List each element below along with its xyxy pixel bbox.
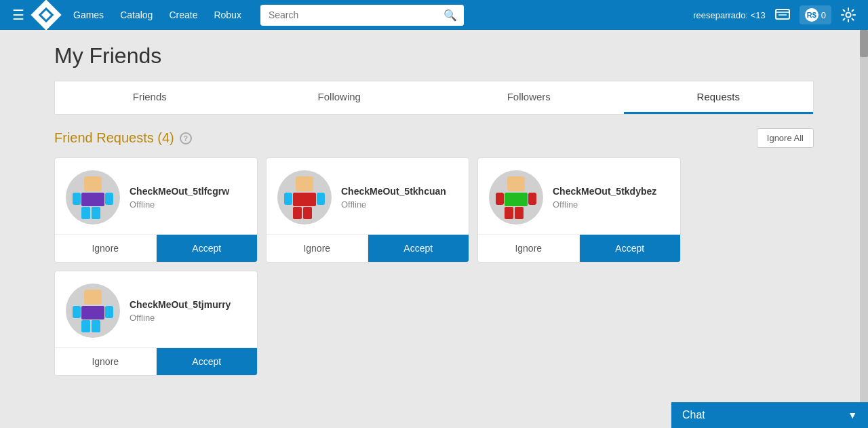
- friend-card-4: CheckMeOut_5tjmurry Offline Ignore Accep…: [54, 271, 258, 376]
- nav-create[interactable]: Create: [162, 5, 204, 24]
- svg-rect-21: [528, 193, 536, 205]
- nav-games[interactable]: Games: [66, 5, 111, 24]
- svg-rect-16: [293, 207, 302, 219]
- page-title: My Friends: [54, 43, 814, 69]
- info-icon[interactable]: ?: [180, 132, 192, 144]
- ignore-button-2[interactable]: Ignore: [267, 235, 368, 262]
- ignore-button-1[interactable]: Ignore: [55, 235, 157, 262]
- avatar-1: [66, 170, 120, 225]
- cards-row-1: CheckMeOut_5tlfcgrw Offline Ignore Accep…: [54, 157, 814, 262]
- search-button[interactable]: 🔍: [437, 5, 464, 26]
- ignore-all-button[interactable]: Ignore All: [757, 128, 814, 148]
- svg-rect-6: [84, 176, 102, 191]
- card-info-1: CheckMeOut_5tlfcgrw Offline: [130, 186, 246, 210]
- search-input[interactable]: [260, 5, 437, 24]
- avatar-4: [66, 284, 120, 338]
- scrollbar-track[interactable]: [860, 30, 868, 428]
- svg-rect-12: [296, 176, 313, 191]
- svg-rect-10: [81, 207, 90, 219]
- svg-rect-20: [496, 193, 504, 205]
- chat-label: Chat: [682, 409, 705, 421]
- svg-rect-18: [507, 176, 525, 191]
- card-body-1: CheckMeOut_5tlfcgrw Offline: [55, 158, 257, 234]
- friend-card-2: CheckMeOut_5tkhcuan Offline Ignore Accep…: [266, 157, 469, 262]
- roblox-logo[interactable]: [31, 0, 61, 31]
- card-username-1: CheckMeOut_5tlfcgrw: [130, 186, 246, 197]
- robux-display[interactable]: R$ 0: [800, 5, 831, 24]
- card-actions-3: Ignore Accept: [478, 234, 680, 262]
- svg-rect-13: [293, 193, 316, 206]
- svg-rect-28: [81, 320, 90, 332]
- tab-friends[interactable]: Friends: [55, 81, 245, 114]
- svg-rect-23: [515, 207, 524, 219]
- avatar-2: [277, 170, 332, 225]
- svg-rect-19: [505, 193, 528, 206]
- svg-rect-11: [92, 207, 100, 219]
- navbar: ☰ Games Catalog Create Robux 🔍 reeseparr…: [0, 0, 868, 30]
- card-body-4: CheckMeOut_5tjmurry Offline: [55, 271, 257, 347]
- card-actions-1: Ignore Accept: [55, 234, 257, 262]
- section-title-text: Friend Requests (4): [54, 130, 174, 146]
- chat-chevron-icon: ▼: [848, 410, 857, 421]
- svg-rect-8: [73, 193, 81, 205]
- tab-following[interactable]: Following: [245, 81, 435, 114]
- friend-card-1: CheckMeOut_5tlfcgrw Offline Ignore Accep…: [54, 157, 258, 262]
- avatar-3: [489, 170, 543, 225]
- card-status-4: Offline: [130, 313, 246, 323]
- search-bar: 🔍: [260, 5, 464, 26]
- svg-rect-9: [105, 193, 113, 205]
- section-header: Friend Requests (4) ? Ignore All: [54, 128, 814, 148]
- hamburger-icon[interactable]: ☰: [8, 4, 28, 26]
- svg-rect-29: [92, 320, 100, 332]
- accept-button-4[interactable]: Accept: [157, 348, 258, 375]
- card-status-2: Offline: [341, 199, 458, 210]
- section-title: Friend Requests (4) ?: [54, 130, 192, 146]
- svg-point-5: [846, 13, 851, 18]
- card-status-1: Offline: [130, 199, 246, 210]
- svg-rect-7: [81, 193, 104, 206]
- nav-links: Games Catalog Create Robux: [66, 5, 248, 24]
- accept-button-1[interactable]: Accept: [157, 235, 258, 262]
- nav-right: reeseparrado: <13 R$ 0: [693, 5, 860, 25]
- svg-rect-17: [303, 207, 312, 219]
- ignore-button-4[interactable]: Ignore: [55, 348, 157, 375]
- friend-card-3: CheckMeOut_5tkdybez Offline Ignore Accep…: [477, 157, 681, 262]
- tab-requests[interactable]: Requests: [624, 81, 814, 114]
- card-status-3: Offline: [553, 199, 669, 210]
- scrollbar-thumb[interactable]: [860, 30, 868, 57]
- card-username-3: CheckMeOut_5tkdybez: [553, 186, 669, 197]
- card-info-2: CheckMeOut_5tkhcuan Offline: [341, 186, 458, 210]
- svg-rect-2: [776, 9, 789, 19]
- svg-rect-25: [81, 306, 104, 319]
- messages-icon[interactable]: [771, 6, 794, 24]
- svg-rect-27: [105, 306, 113, 318]
- card-username-4: CheckMeOut_5tjmurry: [130, 299, 246, 310]
- cards-row-2: CheckMeOut_5tjmurry Offline Ignore Accep…: [54, 271, 814, 376]
- svg-rect-26: [73, 306, 81, 318]
- accept-button-3[interactable]: Accept: [580, 235, 681, 262]
- card-body-2: CheckMeOut_5tkhcuan Offline: [267, 158, 469, 234]
- svg-rect-14: [284, 193, 292, 205]
- settings-icon[interactable]: [837, 5, 860, 25]
- robux-count: 0: [821, 10, 826, 20]
- card-body-3: CheckMeOut_5tkdybez Offline: [478, 158, 680, 234]
- tab-followers[interactable]: Followers: [434, 81, 624, 114]
- page-content: My Friends Friends Following Followers R…: [0, 30, 868, 428]
- nav-robux[interactable]: Robux: [207, 5, 248, 24]
- card-actions-2: Ignore Accept: [267, 234, 469, 262]
- card-info-4: CheckMeOut_5tjmurry Offline: [130, 299, 246, 323]
- accept-button-2[interactable]: Accept: [368, 235, 469, 262]
- chat-bar[interactable]: Chat ▼: [671, 402, 868, 428]
- svg-rect-24: [84, 290, 102, 305]
- card-info-3: CheckMeOut_5tkdybez Offline: [553, 186, 669, 210]
- tabs-container: Friends Following Followers Requests: [54, 81, 814, 115]
- card-username-2: CheckMeOut_5tkhcuan: [341, 186, 458, 197]
- username-display: reeseparrado: <13: [693, 10, 766, 20]
- ignore-button-3[interactable]: Ignore: [478, 235, 580, 262]
- svg-rect-22: [505, 207, 513, 219]
- svg-rect-15: [317, 193, 325, 205]
- robux-icon: R$: [805, 8, 818, 22]
- nav-catalog[interactable]: Catalog: [113, 5, 159, 24]
- card-actions-4: Ignore Accept: [55, 347, 257, 375]
